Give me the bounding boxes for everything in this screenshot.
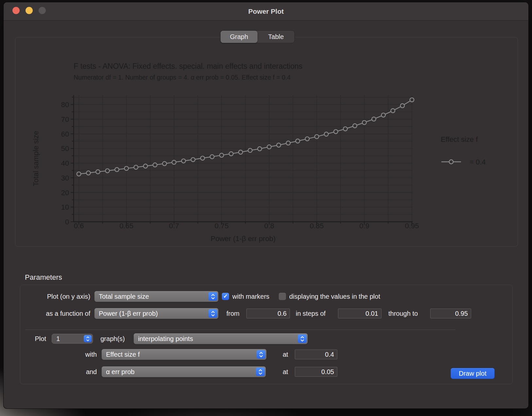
draw-plot-button[interactable]: Draw plot bbox=[451, 368, 495, 379]
with-parameter-value: Effect size f bbox=[106, 351, 140, 358]
y-tick-label: 70 bbox=[61, 115, 69, 123]
stepper-icon bbox=[298, 334, 307, 343]
tab-table[interactable]: Table bbox=[257, 31, 294, 43]
y-tick-label: 80 bbox=[61, 101, 69, 109]
alpha-input[interactable] bbox=[295, 367, 337, 377]
series-marker bbox=[220, 153, 223, 157]
through-label: through to bbox=[388, 308, 418, 319]
graph-panel: 0.60.650.70.750.80.850.90.95010203040506… bbox=[15, 37, 518, 247]
series-marker bbox=[372, 117, 376, 121]
graph-count-dropdown[interactable]: 1 bbox=[52, 334, 93, 344]
series-marker bbox=[277, 143, 281, 147]
chart-title: F tests - ANOVA: Fixed effects. special.… bbox=[74, 62, 302, 70]
legend-title: Effect size f bbox=[441, 135, 478, 143]
y-axis-dropdown-value: Total sample size bbox=[99, 293, 149, 300]
and-parameter-dropdown[interactable]: α err prob bbox=[101, 366, 266, 377]
with-markers-checkbox[interactable]: ✓ bbox=[222, 293, 229, 300]
through-input[interactable] bbox=[430, 309, 471, 318]
y-tick-label: 60 bbox=[61, 130, 69, 138]
x-tick-label: 0.8 bbox=[264, 222, 274, 230]
series-marker bbox=[400, 104, 404, 108]
series-marker bbox=[86, 171, 90, 175]
graphs-label: graph(s) bbox=[100, 333, 125, 344]
and-label: and bbox=[20, 366, 97, 377]
stepper-icon bbox=[257, 350, 265, 359]
series-marker bbox=[124, 166, 128, 170]
checkmark-icon: ✓ bbox=[222, 293, 229, 300]
series-marker bbox=[105, 169, 109, 173]
series-marker bbox=[229, 152, 233, 156]
y-tick-label: 40 bbox=[61, 159, 69, 167]
graph-count-value: 1 bbox=[56, 335, 60, 342]
view-segmented-control: Graph Table bbox=[220, 30, 295, 43]
plot-y-axis-label: Plot (on y axis) bbox=[20, 291, 90, 302]
x-tick-label: 0.95 bbox=[405, 222, 419, 230]
x-axis-dropdown[interactable]: Power (1-β err prob) bbox=[94, 308, 219, 319]
window-title: Power Plot bbox=[4, 2, 528, 21]
power-plot-chart: 0.60.650.70.750.80.850.90.95010203040506… bbox=[15, 37, 518, 247]
series-marker bbox=[410, 98, 414, 102]
series-marker bbox=[334, 130, 338, 134]
series-marker bbox=[296, 139, 300, 143]
x-tick-label: 0.75 bbox=[215, 222, 229, 230]
series-marker bbox=[182, 159, 186, 163]
series-marker bbox=[286, 141, 290, 145]
y-tick-label: 0 bbox=[65, 218, 69, 226]
y-tick-label: 50 bbox=[61, 144, 69, 153]
with-parameter-dropdown[interactable]: Effect size f bbox=[101, 349, 267, 360]
series-marker bbox=[77, 172, 81, 176]
divider bbox=[25, 330, 455, 330]
from-input[interactable] bbox=[246, 309, 290, 318]
series-marker bbox=[343, 127, 347, 131]
series-marker bbox=[381, 113, 385, 117]
series-marker bbox=[353, 124, 357, 128]
stepper-icon bbox=[84, 335, 92, 342]
x-tick-label: 0.6 bbox=[74, 222, 84, 230]
titlebar[interactable]: Power Plot bbox=[4, 2, 528, 21]
x-tick-label: 0.7 bbox=[169, 222, 179, 230]
tab-graph[interactable]: Graph bbox=[221, 31, 257, 43]
series-marker bbox=[163, 161, 167, 165]
and-parameter-value: α err prob bbox=[106, 368, 134, 375]
displaying-values-checkbox[interactable]: ✓ bbox=[279, 293, 286, 300]
series-marker bbox=[248, 148, 252, 152]
y-tick-label: 30 bbox=[61, 174, 69, 182]
x-tick-label: 0.65 bbox=[119, 222, 133, 230]
legend-entry: = 0.4 bbox=[470, 158, 486, 166]
displaying-values-label: displaying the values in the plot bbox=[289, 291, 380, 302]
series-marker bbox=[201, 156, 204, 160]
with-markers-label: with markers bbox=[232, 291, 269, 302]
stepper-icon bbox=[208, 309, 217, 318]
series-marker bbox=[210, 155, 214, 159]
series-marker bbox=[153, 163, 157, 167]
y-axis-dropdown[interactable]: Total sample size bbox=[94, 291, 219, 302]
from-label: from bbox=[226, 308, 239, 319]
stepper-icon bbox=[256, 368, 265, 376]
stepper-icon bbox=[208, 292, 217, 301]
legend-marker bbox=[449, 160, 453, 164]
series-marker bbox=[257, 147, 261, 151]
y-tick-label: 10 bbox=[61, 203, 69, 211]
series-marker bbox=[315, 135, 319, 139]
chart-subtitle: Numerator df = 1. Number of groups = 4. … bbox=[74, 74, 291, 81]
effect-size-input[interactable] bbox=[295, 350, 337, 359]
at-label: at bbox=[283, 349, 288, 360]
power-plot-window: Power Plot 0.60.650.70.750.80.850.90.950… bbox=[3, 2, 529, 409]
plot-mode-dropdown[interactable]: interpolating points bbox=[133, 333, 308, 344]
series-marker bbox=[115, 168, 119, 172]
steps-label: in steps of bbox=[296, 308, 326, 319]
x-axis-dropdown-value: Power (1-β err prob) bbox=[99, 310, 158, 317]
y-axis-label: Total sample size bbox=[32, 131, 40, 186]
function-of-label: as a function of bbox=[20, 308, 90, 319]
series-marker bbox=[305, 137, 309, 141]
plot-mode-value: interpolating points bbox=[138, 335, 193, 342]
series-marker bbox=[267, 145, 271, 149]
series-marker bbox=[324, 132, 328, 136]
with-label: with bbox=[20, 349, 97, 360]
parameters-title: Parameters bbox=[25, 272, 62, 283]
series-marker bbox=[134, 165, 138, 169]
series-marker bbox=[172, 160, 176, 164]
series-marker bbox=[239, 150, 242, 154]
steps-input[interactable] bbox=[338, 309, 381, 318]
at-label-2: at bbox=[283, 366, 288, 377]
